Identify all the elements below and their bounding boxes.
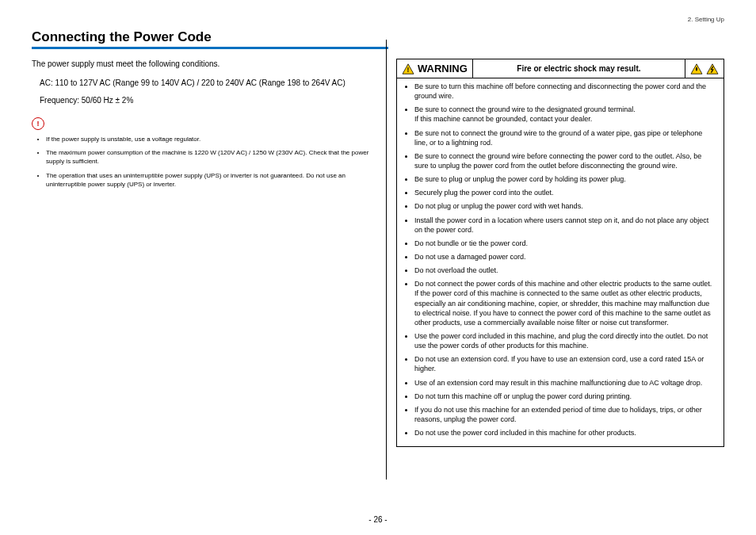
warning-label-cell: ! WARNING [397, 59, 473, 78]
warning-item: Do not plug or unplug the power cord wit… [414, 201, 716, 211]
note-item: The maximum power consumption of the mac… [46, 148, 372, 166]
warning-item: Securely plug the power cord into the ou… [414, 188, 716, 197]
chapter-label: 2. Setting Up [32, 16, 724, 23]
warning-item: Do not use a damaged power cord. [414, 252, 716, 262]
warning-item: Use of an extension cord may result in t… [414, 378, 716, 388]
warning-item: Do not use an extension cord. If you hav… [414, 354, 716, 373]
fire-hazard-icon [690, 63, 703, 75]
page-title: Connecting the Power Code [32, 29, 724, 45]
warning-item: Be sure to connect the ground wire befor… [414, 151, 716, 170]
page-number: - 26 - [0, 515, 756, 524]
warning-item: Use the power cord included in this mach… [414, 331, 716, 350]
warning-label: WARNING [418, 63, 468, 75]
note-icon: ! [32, 117, 44, 130]
warning-item: Do not use the power cord included in th… [414, 428, 716, 438]
warning-item: Be sure not to connect the ground wire t… [414, 128, 716, 147]
warning-triangle-icon: ! [402, 63, 414, 75]
warning-item: Be sure to turn this machine off before … [414, 82, 716, 101]
note-item: If the power supply is unstable, use a v… [46, 135, 372, 143]
warning-item: Do not overload the outlet. [414, 266, 716, 275]
warning-subtitle: Fire or electric shock may result. [473, 59, 685, 78]
right-column: ! WARNING Fire or electric shock may res… [396, 59, 724, 452]
warning-item: Be sure to connect the ground wire to th… [414, 105, 716, 124]
svg-marker-3 [707, 63, 718, 73]
warning-header: ! WARNING Fire or electric shock may res… [397, 59, 724, 78]
warning-item: If you do not use this machine for an ex… [414, 405, 716, 424]
warning-item: Do not turn this machine off or unplug t… [414, 392, 716, 401]
spec-ac: AC: 110 to 127V AC (Range 99 to 140V AC)… [40, 78, 372, 89]
warning-item: Install the power cord in a location whe… [414, 216, 716, 235]
warning-list: Be sure to turn this machine off before … [397, 78, 724, 446]
warning-item: Do not connect the power cords of this m… [414, 279, 716, 327]
note-item: The operation that uses an uninterruptib… [46, 171, 372, 189]
svg-text:!: ! [407, 65, 410, 73]
warning-item: Do not bundle or tie the power cord. [414, 239, 716, 248]
shock-hazard-icon [706, 63, 719, 75]
warning-hazard-icons [685, 59, 724, 78]
title-underline [32, 47, 388, 49]
warning-item: Be sure to plug or unplug the power cord… [414, 174, 716, 184]
warning-box: ! WARNING Fire or electric shock may res… [396, 59, 724, 447]
spec-frequency: Frequency: 50/60 Hz ± 2% [40, 95, 372, 106]
column-divider [386, 40, 387, 480]
notes-list: If the power supply is unstable, use a v… [32, 135, 372, 189]
intro-text: The power supply must meet the following… [32, 59, 372, 70]
left-column: The power supply must meet the following… [32, 59, 372, 452]
